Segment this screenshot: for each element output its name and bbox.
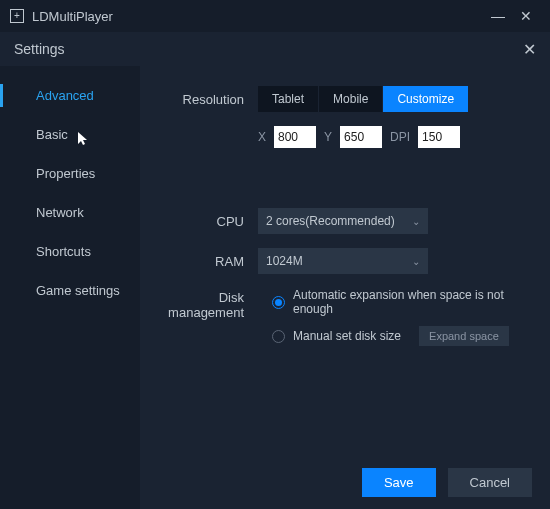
resolution-tab-customize[interactable]: Customize (383, 86, 468, 112)
resolution-x-input[interactable] (274, 126, 316, 148)
cancel-button[interactable]: Cancel (448, 468, 532, 497)
sidebar-item-network[interactable]: Network (0, 193, 140, 232)
close-window-button[interactable]: ✕ (512, 8, 540, 24)
disk-manual-option[interactable]: Manual set disk size Expand space (272, 326, 532, 346)
resolution-tabs: Tablet Mobile Customize (258, 86, 468, 112)
resolution-y-label: Y (324, 130, 332, 144)
ram-label: RAM (158, 254, 258, 269)
content-panel: Resolution Tablet Mobile Customize X Y D… (140, 66, 550, 509)
sidebar: Advanced Basic Properties Network Shortc… (0, 66, 140, 509)
cpu-select[interactable]: 2 cores(Recommended) ⌄ (258, 208, 428, 234)
resolution-tab-tablet[interactable]: Tablet (258, 86, 318, 112)
resolution-x-label: X (258, 130, 266, 144)
disk-label: Disk management (158, 288, 258, 320)
resolution-label: Resolution (158, 92, 258, 107)
minimize-button[interactable]: — (484, 8, 512, 24)
close-settings-button[interactable]: ✕ (523, 40, 536, 59)
resolution-dpi-input[interactable] (418, 126, 460, 148)
radio-icon (272, 296, 285, 309)
chevron-down-icon: ⌄ (412, 216, 420, 227)
ram-select-value: 1024M (266, 254, 303, 268)
sidebar-item-shortcuts[interactable]: Shortcuts (0, 232, 140, 271)
ram-select[interactable]: 1024M ⌄ (258, 248, 428, 274)
resolution-y-input[interactable] (340, 126, 382, 148)
sidebar-item-properties[interactable]: Properties (0, 154, 140, 193)
app-title: LDMultiPlayer (32, 9, 113, 24)
sidebar-item-game-settings[interactable]: Game settings (0, 271, 140, 310)
resolution-tab-mobile[interactable]: Mobile (319, 86, 382, 112)
cpu-label: CPU (158, 214, 258, 229)
resolution-dpi-label: DPI (390, 130, 410, 144)
chevron-down-icon: ⌄ (412, 256, 420, 267)
expand-space-button[interactable]: Expand space (419, 326, 509, 346)
disk-auto-option[interactable]: Automatic expansion when space is not en… (272, 288, 532, 316)
sidebar-item-basic[interactable]: Basic (0, 115, 140, 154)
app-logo-icon: + (10, 9, 24, 23)
disk-manual-label: Manual set disk size (293, 329, 401, 343)
save-button[interactable]: Save (362, 468, 436, 497)
sidebar-item-advanced[interactable]: Advanced (0, 76, 140, 115)
settings-title: Settings (14, 41, 65, 57)
cpu-select-value: 2 cores(Recommended) (266, 214, 395, 228)
title-bar: + LDMultiPlayer — ✕ (0, 0, 550, 32)
radio-icon (272, 330, 285, 343)
disk-auto-label: Automatic expansion when space is not en… (293, 288, 532, 316)
settings-header: Settings ✕ (0, 32, 550, 66)
